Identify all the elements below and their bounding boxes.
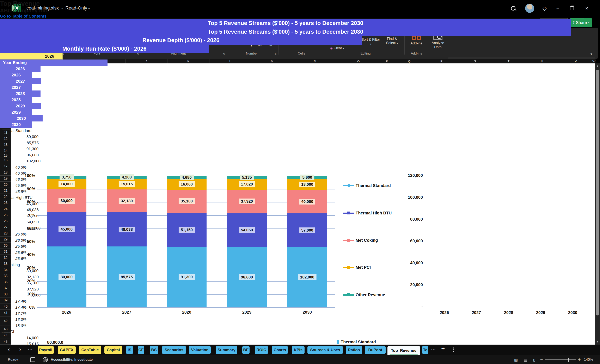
menu-tab-insert[interactable]: Insert — [38, 18, 56, 27]
sheet-tab-charts[interactable]: Charts — [272, 346, 288, 354]
search-button[interactable] — [509, 4, 518, 13]
row-header-19[interactable]: 19 — [0, 176, 11, 182]
zoom-in-button[interactable]: + — [578, 357, 581, 362]
row-header-44[interactable]: 44 — [0, 333, 11, 339]
alignment-dialog-launcher[interactable]: ↘ — [223, 52, 225, 55]
column-header-I[interactable]: I — [82, 59, 125, 64]
comments-button[interactable]: Comments — [540, 18, 568, 27]
clipboard-dialog-launcher[interactable]: ↘ — [62, 52, 64, 55]
menu-tab-help[interactable]: Help — [204, 18, 220, 27]
chevron-down-icon[interactable]: ▾ — [130, 43, 131, 46]
column-header-K[interactable]: K — [168, 59, 209, 64]
menu-tab-draw[interactable]: Draw — [56, 18, 73, 27]
zoom-slider-knob[interactable] — [568, 358, 569, 362]
chevron-down-icon[interactable]: ▾ — [105, 43, 107, 46]
normal-view-icon[interactable]: ▦ — [514, 357, 518, 362]
tab-options-dots[interactable] — [453, 347, 454, 348]
column-header-J[interactable]: J — [125, 59, 168, 64]
row-header-33[interactable]: 33 — [0, 261, 11, 267]
row-header-32[interactable]: 32 — [0, 255, 11, 261]
sort-filter-button[interactable]: AZ⇅ ▽ Sort & Filter ▾ — [361, 31, 380, 46]
share-button[interactable]: ⤴ Share ▾ — [570, 18, 592, 27]
row-header-31[interactable]: 31 — [0, 249, 11, 255]
sheet-tab-summary[interactable]: Summary — [216, 346, 237, 354]
menu-tab-file[interactable]: File — [6, 18, 20, 27]
column-header-R[interactable]: R — [425, 59, 458, 64]
row-header-12[interactable]: 12 — [0, 136, 11, 142]
next-sheet-arrow[interactable]: › — [19, 346, 21, 353]
row-header-3[interactable]: 3 — [0, 83, 11, 88]
column-header-F[interactable]: F — [54, 59, 63, 64]
analyze-data-button[interactable]: AnalyzeData — [428, 31, 447, 49]
format-painter-button[interactable]: ◆ Format Painter — [28, 46, 55, 50]
align-left-button[interactable] — [145, 43, 150, 47]
row-header-30[interactable]: 30 — [0, 243, 11, 249]
increase-indent-button[interactable]: ⇒ — [178, 42, 181, 46]
cut-button[interactable]: ✂ Cut — [28, 31, 38, 35]
column-header-G[interactable]: G — [63, 59, 72, 64]
sheet-tab-dupont[interactable]: DuPont — [365, 346, 386, 354]
underline-button[interactable]: U ▾ — [87, 41, 93, 46]
font-dialog-launcher[interactable]: ↘ — [136, 52, 139, 55]
row-header-2[interactable]: 2 — [0, 75, 11, 83]
row-header-9[interactable]: 9 — [0, 117, 11, 124]
row-header-10[interactable]: 10 — [0, 124, 11, 130]
row-header-4[interactable]: 4 — [0, 88, 11, 94]
align-top-button[interactable] — [145, 32, 150, 36]
sheet-tab-captable[interactable]: CapTable — [79, 346, 101, 354]
sheet-tab-sources-uses[interactable]: Sources & Uses — [308, 346, 343, 354]
menu-tab-automate[interactable]: Automate — [179, 18, 204, 27]
row-header-45[interactable]: 45 — [0, 339, 11, 345]
column-header-V[interactable]: V — [559, 59, 593, 64]
sheet-tab-scenarios[interactable]: Scenarios — [162, 346, 186, 354]
page-layout-view-icon[interactable]: ▤ — [524, 357, 527, 362]
fill-button[interactable]: ⇩ Fill ▾ — [330, 38, 340, 42]
menu-tab-home[interactable]: Home — [20, 18, 38, 27]
menu-tab-review[interactable]: Review — [143, 18, 163, 27]
row-header-13[interactable]: 13 — [0, 142, 11, 148]
row-header-24[interactable]: 24 — [0, 206, 11, 212]
menu-tab-data[interactable]: Data — [127, 18, 143, 27]
row-header-34[interactable]: 34 — [0, 267, 11, 273]
row-header-6[interactable]: 6 — [0, 101, 11, 109]
font-color-button[interactable]: A — [124, 41, 127, 46]
row-header-18[interactable]: 18 — [0, 169, 11, 176]
align-center-button[interactable] — [152, 43, 158, 47]
row-header-38[interactable]: 38 — [0, 291, 11, 298]
minimize-button[interactable]: − — [553, 4, 562, 13]
row-header-1[interactable]: 1 — [0, 64, 11, 75]
row-header-40[interactable]: 40 — [0, 303, 11, 310]
addins-button[interactable]: Add-ins — [407, 31, 425, 46]
clear-button[interactable]: ◈ Clear ▾ — [330, 46, 344, 50]
align-bottom-button[interactable] — [162, 32, 168, 36]
collapse-ribbon-chevron[interactable]: ▾ — [591, 52, 592, 56]
comma-style-button[interactable]: , — [251, 41, 252, 47]
row-header-5[interactable]: 5 — [0, 94, 11, 101]
restore-button[interactable] — [567, 4, 576, 13]
macro-record-icon[interactable] — [30, 357, 35, 362]
row-header-23[interactable]: 23 — [0, 200, 11, 206]
row-header-27[interactable]: 27 — [0, 224, 11, 230]
page-break-view-icon[interactable]: ▯ — [533, 357, 535, 362]
row-header-21[interactable]: 21 — [0, 188, 11, 194]
row-header-26[interactable]: 26 — [0, 218, 11, 224]
worksheet[interactable] — [11, 64, 595, 345]
column-headers[interactable]: ABCDEFGHIJKLMNOPQRSTUVW — [11, 59, 595, 64]
column-header-H[interactable]: H — [72, 59, 82, 64]
column-header-Q[interactable]: Q — [394, 59, 425, 64]
shrink-font-button[interactable]: A˅ — [135, 31, 140, 36]
sheet-list-dots[interactable]: ••• — [28, 348, 33, 351]
scroll-down-arrow[interactable]: ▼ — [595, 340, 600, 343]
row-header-39[interactable]: 39 — [0, 298, 11, 303]
row-header-42[interactable]: 42 — [0, 317, 11, 326]
column-header-S[interactable]: S — [458, 59, 492, 64]
sheet-tab-ratios[interactable]: Ratios — [346, 346, 362, 354]
row-headers[interactable]: 1234567910111213141516171819202122232425… — [0, 64, 11, 345]
fill-color-button[interactable]: ◇ — [111, 41, 114, 46]
sheet-tab-payroll[interactable]: Payroll — [38, 346, 54, 354]
find-select-button[interactable]: Find & Select ▾ — [382, 31, 402, 45]
close-button[interactable]: × — [582, 4, 591, 13]
row-header-7[interactable]: 7 — [0, 109, 11, 117]
decrease-decimal-button[interactable]: .00→.0 — [268, 40, 272, 46]
align-middle-button[interactable] — [152, 30, 159, 36]
